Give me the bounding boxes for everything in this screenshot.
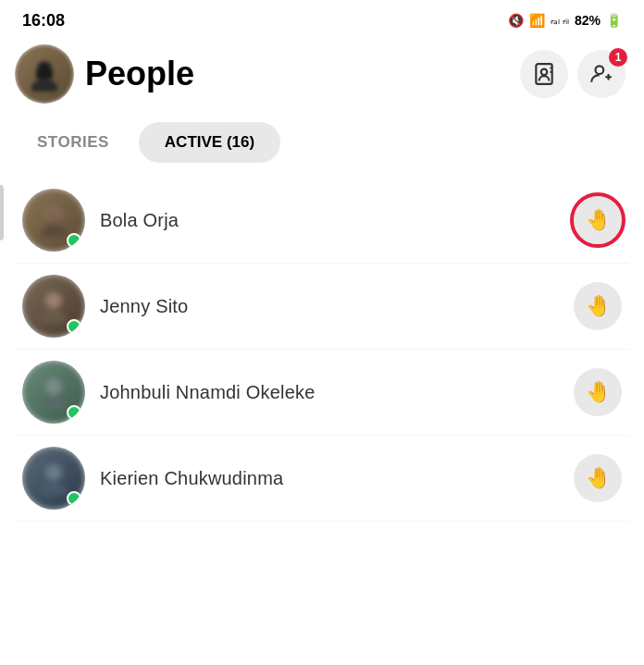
tab-stories[interactable]: STORIES [22,124,124,161]
wave-button[interactable]: 🤚 [574,368,622,416]
contact-name: Johnbuli Nnamdi Okeleke [100,382,559,403]
online-indicator [67,233,81,248]
status-time: 16:08 [22,11,65,31]
wave-button[interactable]: 🤚 [574,196,622,244]
signal-icon: ᵣₐₗ ᵣᵢₗ [551,14,569,27]
mute-icon: 🔇 [508,13,524,28]
status-icons: 🔇 📶 ᵣₐₗ ᵣᵢₗ 82% 🔋 [508,13,622,28]
contact-name: Kierien Chukwudinma [100,468,559,489]
user-avatar[interactable] [15,44,74,104]
wave-button[interactable]: 🤚 [574,454,622,502]
contact-avatar[interactable] [22,189,85,252]
online-indicator [67,319,81,334]
header-actions: 1 [520,50,625,98]
contact-name: Bola Orja [100,210,559,231]
page-title: People [85,55,509,93]
contact-item: Johnbuli Nnamdi Okeleke 🤚 [15,350,629,436]
svg-rect-12 [49,211,58,222]
online-indicator [67,491,81,506]
online-indicator [67,405,81,420]
left-edge-indicator [0,185,4,240]
contacts-button[interactable] [520,50,568,98]
status-bar: 16:08 🔇 📶 ᵣₐₗ ᵣᵢₗ 82% 🔋 [0,0,644,37]
add-person-button[interactable]: 1 [577,50,625,98]
svg-point-5 [541,69,548,76]
tab-active[interactable]: ACTIVE (16) [139,122,280,163]
wifi-icon: 📶 [529,13,545,28]
svg-point-13 [45,292,62,309]
svg-point-1 [31,79,57,92]
contact-item: Bola Orja 🤚 [15,178,629,264]
contact-avatar[interactable] [22,275,85,338]
svg-point-15 [45,464,62,481]
svg-rect-3 [36,69,53,79]
contact-item: Kierien Chukwudinma 🤚 [15,436,629,522]
contact-name: Jenny Sito [100,296,559,317]
battery-icon: 🔋 [606,13,622,28]
svg-point-8 [596,66,604,74]
page-header: People 1 [0,37,644,115]
contact-list: Bola Orja 🤚 Jenny Sito 🤚 Johnbuli Nnamdi… [0,178,644,522]
svg-point-14 [45,378,62,395]
avatar-image [15,44,74,104]
battery-text: 82% [575,13,601,28]
tabs-section: STORIES ACTIVE (16) [0,115,644,178]
notification-badge: 1 [609,48,627,67]
contact-avatar[interactable] [22,447,85,510]
contact-item: Jenny Sito 🤚 [15,264,629,350]
contact-avatar[interactable] [22,361,85,424]
wave-button[interactable]: 🤚 [574,282,622,330]
